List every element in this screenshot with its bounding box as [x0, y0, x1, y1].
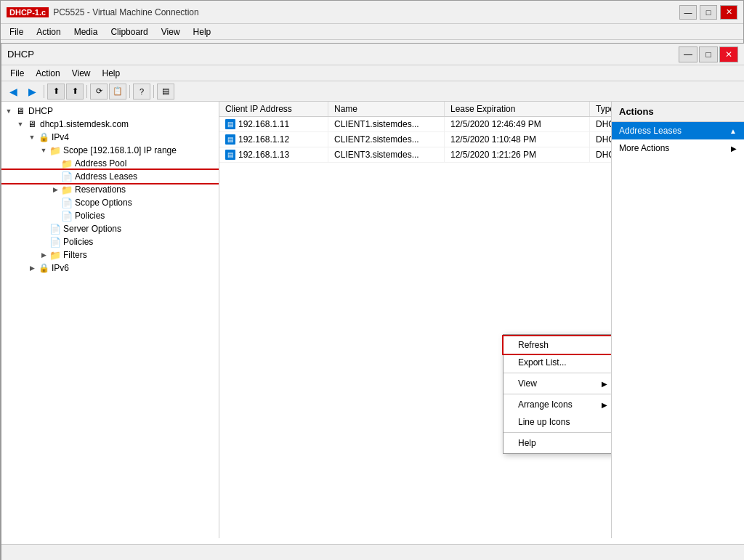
tree-toggle-dhcp: ▼	[3, 105, 15, 117]
dhcp-toolbar-sep1	[44, 85, 44, 98]
tree-item-scope-options[interactable]: 📄 Scope Options	[1, 196, 219, 209]
dhcp-toolbar-sep2	[86, 85, 87, 98]
cell-expiry-2: 12/5/2020 1:10:48 PM	[445, 132, 590, 147]
lease-icon-2: ▤	[225, 134, 235, 145]
vm-menu-help[interactable]: Help	[187, 25, 217, 38]
computer-icon: 🖥	[15, 105, 26, 117]
server-options-icon: 📄	[49, 223, 61, 235]
tree-item-policies-top[interactable]: 📄 Policies	[1, 235, 219, 248]
dhcp-menu-action[interactable]: Action	[30, 67, 65, 80]
list-row-3[interactable]: ▤ 192.168.1.13 CLIENT3.sistemdes... 12/5…	[219, 147, 611, 163]
actions-item-more-actions[interactable]: More Actions ▶	[612, 139, 744, 157]
context-menu-arrange-icons[interactable]: Arrange Icons ▶	[504, 396, 611, 413]
help-label: Help	[518, 438, 536, 448]
dhcp-menu-help[interactable]: Help	[97, 67, 126, 80]
list-header: Client IP Address Name Lease Expiration …	[219, 102, 611, 117]
tree-label-policies-scope: Policies	[75, 211, 105, 221]
arrange-icons-submenu-arrow: ▶	[602, 401, 607, 409]
dhcp-toolbar-help[interactable]: ?	[133, 84, 150, 100]
tree-toggle-i6: ▶	[26, 262, 38, 274]
header-ip[interactable]: Client IP Address	[219, 102, 328, 116]
dhcp-toolbar-refresh[interactable]: ⟳	[90, 84, 108, 100]
dhcp-toolbar-back[interactable]: ◀	[4, 84, 22, 100]
vm-titlebar: DHCP-1.c PC5525 - Virtual Machine Connec…	[1, 1, 743, 24]
context-menu-view[interactable]: View ▶	[504, 375, 611, 392]
tree-item-server-options[interactable]: 📄 Server Options	[1, 222, 219, 235]
scope-options-icon: 📄	[61, 197, 73, 208]
export-list-label: Export List...	[518, 357, 567, 368]
tree-panel: ▼ 🖥 DHCP ▼ 🖥 dhcp1.sistemdesk.com ▼ 🔒	[1, 102, 219, 538]
policies-top-icon: 📄	[49, 236, 61, 248]
view-submenu-arrow: ▶	[602, 380, 607, 388]
vm-maximize-button[interactable]: □	[700, 5, 717, 20]
vm-window: DHCP-1.c PC5525 - Virtual Machine Connec…	[0, 0, 744, 560]
context-menu-sep-2	[504, 394, 611, 394]
actions-address-leases-label: Address Leases	[619, 126, 682, 136]
tree-item-ipv6[interactable]: ▶ 🔒 IPv6	[1, 261, 219, 275]
tree-label-server-options: Server Options	[63, 224, 121, 234]
dhcp-toolbar-view[interactable]: ▤	[157, 84, 174, 100]
dhcp-toolbar-up[interactable]: ⬆	[47, 84, 65, 100]
context-menu-help[interactable]: Help	[504, 434, 611, 452]
tree-item-address-leases[interactable]: 📄 Address Leases	[1, 170, 219, 183]
tree-toggle-ps	[49, 210, 61, 222]
ipv6-icon: 🔒	[38, 262, 49, 274]
tree-label-filters: Filters	[63, 250, 87, 260]
tree-toggle-f: ▶	[38, 249, 49, 261]
context-menu-line-up-icons[interactable]: Line up Icons	[504, 413, 611, 431]
tree-label-reservations: Reservations	[75, 184, 126, 195]
vm-title-controls: — □ ✕	[679, 5, 737, 20]
actions-item-address-leases[interactable]: Address Leases ▲	[612, 122, 744, 139]
list-row-1[interactable]: ▤ 192.168.1.11 CLIENT1.sistemdes... 12/5…	[219, 117, 611, 132]
vm-close-button[interactable]: ✕	[720, 5, 737, 20]
header-type[interactable]: Type	[590, 102, 611, 116]
list-row-2[interactable]: ▤ 192.168.1.12 CLIENT2.sistemdes... 12/5…	[219, 132, 611, 147]
vm-menu-media[interactable]: Media	[68, 25, 104, 38]
dhcp-toolbar-export[interactable]: 📋	[109, 84, 126, 100]
tree-item-ipv4[interactable]: ▼ 🔒 IPv4	[1, 131, 219, 144]
ipv4-icon: 🔒	[38, 131, 49, 143]
tree-item-filters[interactable]: ▶ 📁 Filters	[1, 248, 219, 261]
vm-menu-view[interactable]: View	[155, 25, 186, 38]
cell-expiry-3: 12/5/2020 1:21:26 PM	[445, 147, 590, 162]
tree-label-ipv4: IPv4	[52, 132, 69, 142]
context-menu-export-list[interactable]: Export List...	[504, 354, 611, 371]
context-menu-sep-1	[504, 373, 611, 373]
vm-minimize-button[interactable]: —	[679, 5, 697, 20]
tree-item-server[interactable]: ▼ 🖥 dhcp1.sistemdesk.com	[1, 118, 219, 131]
vm-menu-action[interactable]: Action	[31, 25, 66, 38]
cell-name-3: CLIENT3.sistemdes...	[328, 147, 445, 162]
cell-type-1: DHCP	[590, 117, 611, 131]
dhcp-maximize-button[interactable]: □	[699, 46, 718, 62]
address-leases-icon: 📄	[61, 171, 73, 182]
dhcp-menu-file[interactable]: File	[4, 67, 30, 80]
header-name[interactable]: Name	[328, 102, 445, 116]
tree-item-dhcp[interactable]: ▼ 🖥 DHCP	[1, 105, 219, 118]
dhcp-toolbar-forward[interactable]: ▶	[23, 84, 41, 100]
cell-name-1: CLIENT1.sistemdes...	[328, 117, 445, 131]
dhcp-close-button[interactable]: ✕	[719, 46, 738, 62]
tree-item-reservations[interactable]: ▶ 📁 Reservations	[1, 183, 219, 196]
dhcp-title-text: DHCP	[7, 49, 679, 60]
vm-menu-clipboard[interactable]: Clipboard	[105, 25, 153, 38]
tree-item-policies-scope[interactable]: 📄 Policies	[1, 209, 219, 222]
tree-item-address-pool[interactable]: 📁 Address Pool	[1, 157, 219, 170]
cell-type-2: DHCP	[590, 132, 611, 147]
status-bar	[1, 544, 744, 560]
context-menu-refresh[interactable]: Refresh	[504, 336, 611, 354]
cell-type-3: DHCP	[590, 147, 611, 162]
vm-menu-file[interactable]: File	[4, 25, 29, 38]
tree-toggle-ap	[49, 158, 61, 169]
refresh-label: Refresh	[518, 340, 549, 350]
policies-scope-icon: 📄	[61, 210, 73, 222]
dhcp-menu-view[interactable]: View	[66, 67, 97, 80]
cell-ip-3: ▤ 192.168.1.13	[219, 147, 328, 162]
dhcp-toolbar-btn2[interactable]: ⬆	[66, 84, 84, 100]
header-expiry[interactable]: Lease Expiration	[445, 102, 590, 116]
cell-expiry-1: 12/5/2020 12:46:49 PM	[445, 117, 590, 131]
dhcp-title-controls: — □ ✕	[679, 46, 738, 62]
tree-item-scope[interactable]: ▼ 📁 Scope [192.168.1.0] IP range	[1, 144, 219, 157]
actions-header: Actions	[612, 102, 744, 122]
dhcp-minimize-button[interactable]: —	[679, 46, 698, 62]
tree-toggle-r: ▶	[49, 184, 61, 195]
